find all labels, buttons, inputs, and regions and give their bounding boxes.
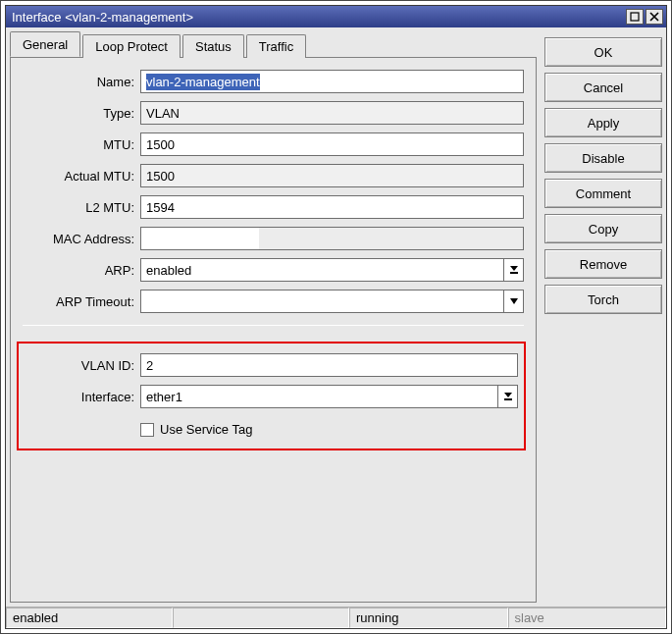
arp-timeout-label: ARP Timeout: bbox=[23, 294, 140, 309]
tab-panel-general: Name: vlan-2-management Type: bbox=[10, 57, 537, 603]
tab-traffic[interactable]: Traffic bbox=[246, 34, 306, 58]
arp-timeout-input[interactable] bbox=[140, 290, 504, 313]
disable-button[interactable]: Disable bbox=[544, 143, 662, 173]
name-value: vlan-2-management bbox=[146, 74, 260, 90]
use-service-tag-checkbox[interactable] bbox=[140, 423, 154, 437]
l2mtu-input[interactable]: 1594 bbox=[140, 195, 524, 219]
torch-button[interactable]: Torch bbox=[544, 285, 662, 314]
vlan-id-input[interactable]: 2 bbox=[140, 353, 518, 377]
row-arp-timeout: ARP Timeout: bbox=[23, 290, 524, 313]
ok-button[interactable]: OK bbox=[544, 37, 662, 67]
tab-general[interactable]: General bbox=[10, 31, 80, 57]
minimize-icon bbox=[630, 12, 640, 22]
vlan-id-value: 2 bbox=[146, 358, 153, 373]
tab-status[interactable]: Status bbox=[182, 34, 244, 58]
row-actual-mtu: Actual MTU: 1500 bbox=[23, 164, 524, 187]
main-layout: General Loop Protect Status Traffic Name… bbox=[10, 31, 662, 603]
interface-input[interactable]: ether1 bbox=[140, 385, 498, 408]
row-interface: Interface: ether1 bbox=[23, 385, 518, 408]
l2mtu-value: 1594 bbox=[146, 200, 175, 215]
titlebar[interactable]: Interface <vlan-2-management> bbox=[6, 6, 666, 27]
arp-dropdown-button[interactable] bbox=[504, 258, 524, 282]
row-l2mtu: L2 MTU: 1594 bbox=[23, 195, 524, 219]
mac-editable[interactable] bbox=[141, 228, 259, 249]
interface-label: Interface: bbox=[23, 390, 140, 404]
cancel-button[interactable]: Cancel bbox=[544, 73, 662, 102]
actual-mtu-value: 1500 bbox=[140, 164, 524, 187]
separator bbox=[23, 325, 524, 326]
minimize-button[interactable] bbox=[626, 9, 644, 25]
status-spacer bbox=[173, 608, 349, 628]
tabstrip: General Loop Protect Status Traffic bbox=[10, 31, 537, 57]
svg-rect-0 bbox=[631, 13, 639, 21]
form: Name: vlan-2-management Type: bbox=[23, 70, 524, 450]
status-running: running bbox=[349, 608, 508, 628]
mac-label: MAC Address: bbox=[23, 232, 140, 246]
type-label: Type: bbox=[23, 106, 140, 121]
vlan-sub-form: VLAN ID: 2 Interface: bbox=[23, 353, 518, 437]
l2mtu-label: L2 MTU: bbox=[23, 200, 140, 215]
highlight-box: VLAN ID: 2 Interface: bbox=[17, 342, 526, 450]
remove-button[interactable]: Remove bbox=[544, 249, 662, 279]
row-mtu: MTU: 1500 bbox=[23, 132, 524, 156]
interface-dropdown-button[interactable] bbox=[498, 385, 518, 408]
tab-loop-protect[interactable]: Loop Protect bbox=[82, 34, 181, 58]
window: Interface <vlan-2-management> General Lo… bbox=[5, 5, 667, 629]
comment-button[interactable]: Comment bbox=[544, 179, 662, 208]
actual-mtu-text: 1500 bbox=[146, 169, 175, 184]
arp-label: ARP: bbox=[23, 263, 140, 278]
type-value: VLAN bbox=[140, 101, 524, 125]
mtu-label: MTU: bbox=[23, 137, 140, 152]
use-service-tag-label: Use Service Tag bbox=[160, 422, 252, 437]
screenshot-frame: Interface <vlan-2-management> General Lo… bbox=[0, 0, 672, 634]
name-input[interactable]: vlan-2-management bbox=[140, 70, 524, 93]
name-label: Name: bbox=[23, 75, 140, 89]
dropdown-icon bbox=[510, 266, 518, 274]
statusbar: enabled running slave bbox=[6, 607, 666, 628]
client-area: General Loop Protect Status Traffic Name… bbox=[6, 27, 666, 607]
title-button-group bbox=[626, 9, 663, 25]
status-slave: slave bbox=[508, 608, 667, 628]
vlan-id-label: VLAN ID: bbox=[23, 358, 140, 373]
row-arp: ARP: enabled bbox=[23, 258, 524, 282]
row-mac: MAC Address: bbox=[23, 227, 524, 250]
main-column: General Loop Protect Status Traffic Name… bbox=[10, 31, 537, 603]
arp-input[interactable]: enabled bbox=[140, 258, 504, 282]
arp-value: enabled bbox=[146, 263, 191, 278]
row-type: Type: VLAN bbox=[23, 101, 524, 125]
apply-button[interactable]: Apply bbox=[544, 108, 662, 137]
status-enabled: enabled bbox=[6, 608, 173, 628]
arp-timeout-dropdown-button[interactable] bbox=[504, 290, 524, 313]
side-buttons: OK Cancel Apply Disable Comment Copy Rem… bbox=[544, 31, 662, 603]
mac-input[interactable] bbox=[140, 227, 524, 250]
type-text: VLAN bbox=[146, 106, 180, 121]
mtu-value: 1500 bbox=[146, 137, 175, 152]
close-icon bbox=[649, 12, 659, 22]
row-name: Name: vlan-2-management bbox=[23, 70, 524, 93]
row-use-service-tag: Use Service Tag bbox=[140, 422, 518, 437]
close-button[interactable] bbox=[646, 9, 663, 25]
row-vlan-id: VLAN ID: 2 bbox=[23, 353, 518, 377]
interface-value: ether1 bbox=[146, 390, 182, 404]
mac-rest bbox=[259, 228, 523, 249]
actual-mtu-label: Actual MTU: bbox=[23, 169, 140, 184]
mtu-input[interactable]: 1500 bbox=[140, 132, 524, 156]
chevron-down-icon bbox=[510, 298, 518, 304]
window-title: Interface <vlan-2-management> bbox=[12, 10, 626, 25]
copy-button[interactable]: Copy bbox=[544, 214, 662, 243]
dropdown-icon bbox=[504, 393, 512, 400]
